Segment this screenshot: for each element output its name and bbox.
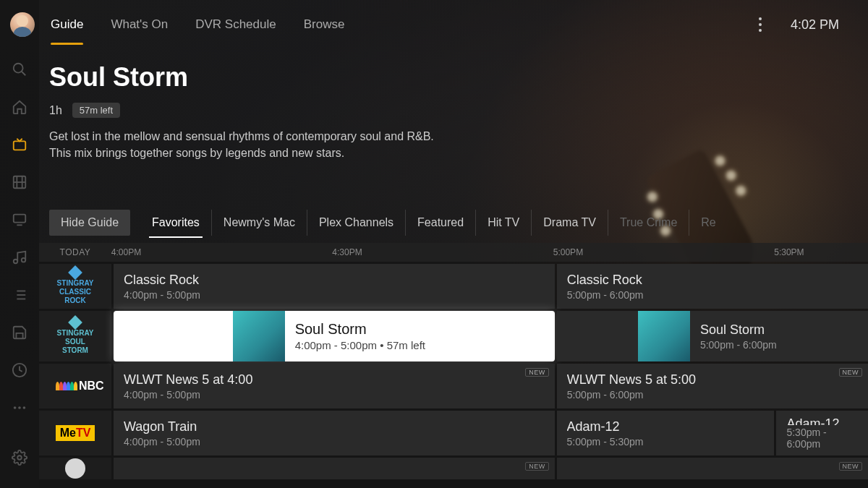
more-icon[interactable] <box>11 399 28 416</box>
program-cell[interactable]: Soul Storm5:00pm - 6:00pm <box>557 311 868 361</box>
hero-time-left: 57m left <box>72 103 120 118</box>
hero-description: Get lost in the mellow and sensual rhyth… <box>49 128 440 161</box>
filter-plex-channels[interactable]: Plex Channels <box>307 210 406 236</box>
svg-line-1 <box>22 72 26 76</box>
guide-row: NBCWLWT News 5 at 4:004:00pm - 5:00pmNEW… <box>39 364 868 408</box>
new-badge: NEW <box>839 368 863 377</box>
channel-metv[interactable]: MeTV <box>39 411 111 455</box>
filter-true-crime[interactable]: True Crime <box>608 210 689 236</box>
tv-icon[interactable] <box>11 136 28 153</box>
filter-favorites[interactable]: Favorites <box>140 210 212 236</box>
program-cell[interactable]: Adam-125:00pm - 5:30pm <box>557 411 775 455</box>
top-tab-dvr-schedule[interactable]: DVR Schedule <box>195 13 276 36</box>
time-slot: 5:00PM <box>553 247 774 257</box>
program-time: 5:30pm - 6:00pm <box>786 427 858 450</box>
svg-point-10 <box>22 258 26 262</box>
time-slot: 4:30PM <box>332 247 553 257</box>
program-cell[interactable]: WLWT News 5 at 5:005:00pm - 6:00pmNEW <box>557 364 868 408</box>
program-title: Classic Rock <box>124 273 545 288</box>
svg-rect-2 <box>14 141 26 150</box>
guide-rows: STINGRAYCLASSICROCKClassic Rock4:00pm - … <box>39 264 868 479</box>
clock: 4:02 PM <box>791 17 839 33</box>
guide-row: STINGRAYSOULSTORMSoul Storm4:00pm - 5:00… <box>39 311 868 361</box>
filter-newmy-s-mac[interactable]: Newmy's Mac <box>212 210 307 236</box>
program-cell[interactable]: Soul Storm4:00pm - 5:00pm • 57m left <box>114 311 555 361</box>
program-time: 5:00pm - 6:00pm <box>700 339 777 351</box>
hide-guide-button[interactable]: Hide Guide <box>49 210 130 236</box>
time-header-today: TODAY <box>39 247 111 257</box>
filter-hit-tv[interactable]: Hit TV <box>476 210 532 236</box>
guide: TODAY4:00PM4:30PM5:00PM5:30PM STINGRAYCL… <box>39 243 868 488</box>
time-slot: 5:30PM <box>774 247 868 257</box>
program-title: WLWT News 5 at 5:00 <box>567 372 858 388</box>
list-icon[interactable] <box>11 286 28 304</box>
filter-row: Hide GuideFavoritesNewmy's MacPlex Chann… <box>49 208 868 237</box>
program-title: Soul Storm <box>295 321 425 338</box>
program-time: 4:00pm - 5:00pm <box>124 389 545 401</box>
svg-point-19 <box>18 406 21 409</box>
guide-row: NEWNEW <box>39 458 868 479</box>
program-thumb <box>233 311 285 361</box>
program-time: 4:00pm - 5:00pm <box>124 289 545 301</box>
more-menu-icon[interactable] <box>754 13 766 36</box>
save-icon[interactable] <box>11 324 28 341</box>
settings-icon[interactable] <box>11 449 28 466</box>
program-cell[interactable]: NEW <box>114 458 555 479</box>
channel-stingray-classic-rock[interactable]: STINGRAYCLASSICROCK <box>39 264 111 309</box>
sidebar <box>0 0 39 488</box>
time-header: TODAY4:00PM4:30PM5:00PM5:30PM <box>39 243 868 262</box>
program-cell[interactable]: Wagon Train4:00pm - 5:00pm <box>114 411 555 455</box>
top-tab-what-s-on[interactable]: What's On <box>111 13 168 36</box>
program-time: 5:00pm - 6:00pm <box>567 289 858 301</box>
music-icon[interactable] <box>11 249 28 266</box>
new-badge: NEW <box>839 462 863 471</box>
film-icon[interactable] <box>11 174 28 191</box>
hero-title: Soul Storm <box>49 62 564 93</box>
program-thumb <box>638 311 690 361</box>
program-cell[interactable]: NEW <box>557 458 868 479</box>
program-cell[interactable]: Classic Rock4:00pm - 5:00pm <box>114 264 555 309</box>
program-time: 4:00pm - 5:00pm • 57m left <box>295 339 425 351</box>
program-title: Soul Storm <box>700 322 777 338</box>
svg-point-20 <box>23 406 26 409</box>
filter-re[interactable]: Re <box>689 210 727 236</box>
new-badge: NEW <box>525 462 549 471</box>
home-icon[interactable] <box>11 98 28 116</box>
filter-drama-tv[interactable]: Drama TV <box>532 210 608 236</box>
top-tabs: GuideWhat's OnDVR ScheduleBrowse <box>51 13 344 36</box>
program-cell[interactable]: Classic Rock5:00pm - 6:00pm <box>557 264 868 309</box>
program-time: 5:00pm - 5:30pm <box>567 436 765 448</box>
hero-duration: 1h <box>49 104 62 117</box>
avatar[interactable] <box>10 12 35 37</box>
channel-wcpo[interactable] <box>39 458 111 479</box>
top-bar: GuideWhat's OnDVR ScheduleBrowse 4:02 PM <box>0 0 868 49</box>
hero: Soul Storm 1h 57m left Get lost in the m… <box>49 62 564 161</box>
program-cell[interactable]: WLWT News 5 at 4:004:00pm - 5:00pmNEW <box>114 364 555 408</box>
guide-row: STINGRAYCLASSICROCKClassic Rock4:00pm - … <box>39 264 868 309</box>
program-title: WLWT News 5 at 4:00 <box>124 372 545 388</box>
filter-featured[interactable]: Featured <box>406 210 476 236</box>
top-tab-browse[interactable]: Browse <box>304 13 345 36</box>
channel-stingray-soul-storm[interactable]: STINGRAYSOULSTORM <box>39 311 111 361</box>
search-icon[interactable] <box>11 61 28 78</box>
svg-point-0 <box>14 64 23 73</box>
program-time: 5:00pm - 6:00pm <box>567 389 858 401</box>
clock-icon[interactable] <box>11 361 28 379</box>
program-time: 4:00pm - 5:00pm <box>124 436 545 448</box>
program-title: Adam-12 <box>567 419 765 435</box>
program-title: Adam-12 <box>786 416 858 425</box>
svg-point-21 <box>17 455 22 460</box>
monitor-icon[interactable] <box>11 211 28 228</box>
svg-point-18 <box>14 406 17 409</box>
program-cell[interactable]: Adam-125:30pm - 6:00pm <box>776 411 868 455</box>
time-slot: 4:00PM <box>111 247 332 257</box>
program-title: Classic Rock <box>567 273 858 288</box>
program-title: Wagon Train <box>124 419 545 435</box>
channel-nbc[interactable]: NBC <box>39 364 111 408</box>
svg-rect-7 <box>14 215 26 223</box>
svg-point-9 <box>14 260 18 264</box>
top-tab-guide[interactable]: Guide <box>51 13 83 36</box>
new-badge: NEW <box>525 368 549 377</box>
guide-row: MeTVWagon Train4:00pm - 5:00pmAdam-125:0… <box>39 411 868 455</box>
